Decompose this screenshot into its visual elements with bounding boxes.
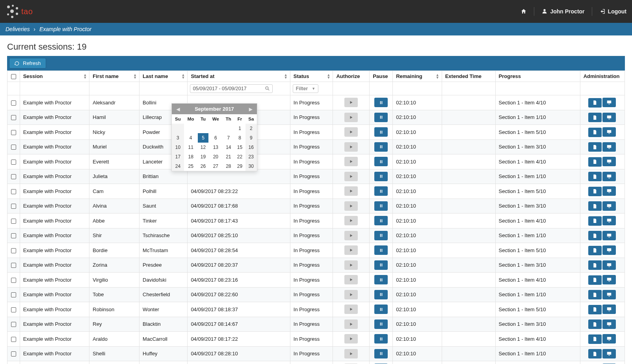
row-checkbox[interactable] <box>11 145 16 150</box>
cal-day[interactable]: 13 <box>208 143 223 152</box>
authorize-button[interactable] <box>344 157 358 166</box>
report-button[interactable] <box>588 349 602 358</box>
report-button[interactable] <box>588 201 602 211</box>
row-checkbox[interactable] <box>11 204 16 209</box>
monitor-button[interactable] <box>602 157 616 166</box>
pause-button[interactable] <box>374 216 388 225</box>
pause-button[interactable] <box>374 275 388 284</box>
cal-day[interactable]: 30 <box>245 162 257 171</box>
started-at-filter[interactable] <box>190 84 273 93</box>
cal-day[interactable]: 23 <box>245 152 257 162</box>
cal-day[interactable]: 24 <box>172 162 184 171</box>
report-button[interactable] <box>588 305 602 314</box>
logout-link[interactable]: Logout <box>599 8 626 15</box>
monitor-button[interactable] <box>602 260 616 270</box>
monitor-button[interactable] <box>602 98 616 107</box>
pause-button[interactable] <box>374 290 388 299</box>
row-checkbox[interactable] <box>11 278 16 283</box>
report-button[interactable] <box>588 187 602 196</box>
cal-day[interactable]: 1 <box>234 124 245 133</box>
monitor-button[interactable] <box>602 290 616 299</box>
row-checkbox[interactable] <box>11 263 16 268</box>
cal-day[interactable]: 14 <box>223 143 234 152</box>
pause-button[interactable] <box>374 201 388 211</box>
cal-day[interactable]: 10 <box>172 143 184 152</box>
authorize-button[interactable] <box>344 142 358 152</box>
cal-day[interactable]: 26 <box>198 162 209 171</box>
pause-button[interactable] <box>374 260 388 270</box>
breadcrumb-root[interactable]: Deliveries <box>6 26 30 32</box>
monitor-button[interactable] <box>602 334 616 344</box>
row-checkbox[interactable] <box>11 307 16 312</box>
cal-day[interactable]: 17 <box>172 152 184 162</box>
select-all-checkbox[interactable] <box>11 74 16 79</box>
row-checkbox[interactable] <box>11 322 16 327</box>
row-checkbox[interactable] <box>11 174 16 179</box>
cal-day[interactable]: 3 <box>172 133 184 143</box>
pause-button[interactable] <box>374 172 388 181</box>
cal-day[interactable]: 12 <box>198 143 209 152</box>
cal-day[interactable]: 7 <box>223 133 234 143</box>
logo[interactable]: tao <box>6 4 33 19</box>
col-first-name[interactable]: First name▲▼ <box>89 71 139 82</box>
monitor-button[interactable] <box>602 231 616 240</box>
cal-day[interactable]: 4 <box>184 133 198 143</box>
report-button[interactable] <box>588 231 602 240</box>
authorize-button[interactable] <box>344 319 358 329</box>
monitor-button[interactable] <box>602 113 616 122</box>
pause-button[interactable] <box>374 334 388 344</box>
authorize-button[interactable] <box>344 127 358 137</box>
pause-button[interactable] <box>374 245 388 255</box>
cal-day[interactable]: 5 <box>198 133 209 143</box>
authorize-button[interactable] <box>344 305 358 314</box>
cal-day[interactable]: 9 <box>245 133 257 143</box>
cal-day[interactable]: 20 <box>208 152 223 162</box>
authorize-button[interactable] <box>344 260 358 270</box>
report-button[interactable] <box>588 319 602 329</box>
monitor-button[interactable] <box>602 305 616 314</box>
monitor-button[interactable] <box>602 172 616 181</box>
cal-day[interactable]: 6 <box>208 133 223 143</box>
cal-day[interactable]: 19 <box>198 152 209 162</box>
report-button[interactable] <box>588 246 602 255</box>
row-checkbox[interactable] <box>11 351 16 357</box>
row-checkbox[interactable] <box>11 100 16 106</box>
row-checkbox[interactable] <box>11 292 16 297</box>
pause-button[interactable] <box>374 98 388 107</box>
monitor-button[interactable] <box>602 186 616 196</box>
col-last-name[interactable]: Last name▲▼ <box>139 71 188 82</box>
authorize-button[interactable] <box>344 231 358 240</box>
row-checkbox[interactable] <box>11 219 16 224</box>
report-button[interactable] <box>588 128 602 137</box>
monitor-button[interactable] <box>602 216 616 225</box>
report-button[interactable] <box>588 216 602 226</box>
pause-button[interactable] <box>374 127 388 137</box>
authorize-button[interactable] <box>344 349 358 358</box>
report-button[interactable] <box>588 334 602 344</box>
cal-day[interactable]: 29 <box>234 162 245 171</box>
cal-day[interactable]: 2 <box>245 124 257 133</box>
cal-prev[interactable]: ◀ <box>173 106 183 111</box>
authorize-button[interactable] <box>344 216 358 225</box>
cal-day[interactable]: 15 <box>234 143 245 152</box>
monitor-button[interactable] <box>602 349 616 358</box>
pause-button[interactable] <box>374 157 388 166</box>
report-button[interactable] <box>588 172 602 181</box>
authorize-button[interactable] <box>344 186 358 196</box>
col-started-at[interactable]: Started at▲▼ <box>188 71 290 82</box>
row-checkbox[interactable] <box>11 233 16 238</box>
report-button[interactable] <box>588 98 602 108</box>
date-range-input[interactable] <box>193 86 262 91</box>
authorize-button[interactable] <box>344 98 358 107</box>
monitor-button[interactable] <box>602 142 616 152</box>
monitor-button[interactable] <box>602 127 616 137</box>
monitor-button[interactable] <box>602 275 616 284</box>
cal-day[interactable]: 21 <box>223 152 234 162</box>
row-checkbox[interactable] <box>11 337 16 342</box>
cal-day[interactable]: 18 <box>184 152 198 162</box>
row-checkbox[interactable] <box>11 160 16 165</box>
authorize-button[interactable] <box>344 201 358 211</box>
pause-button[interactable] <box>374 349 388 358</box>
pause-button[interactable] <box>374 113 388 122</box>
report-button[interactable] <box>588 260 602 270</box>
